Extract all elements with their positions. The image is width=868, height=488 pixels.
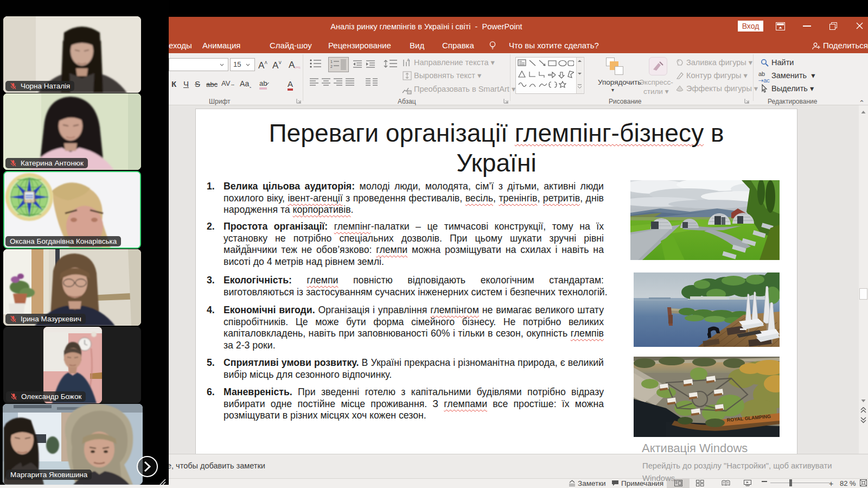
svg-text:НУВГП: НУВГП	[25, 199, 37, 202]
svg-text:1: 1	[330, 60, 333, 64]
svg-text:2: 2	[330, 65, 333, 68]
svg-text:A: A	[407, 58, 410, 62]
